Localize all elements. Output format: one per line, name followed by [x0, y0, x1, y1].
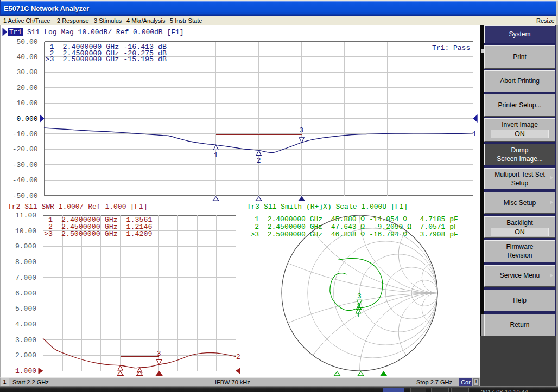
svg-text:4.000: 4.000 — [15, 320, 36, 329]
svg-text:7.000: 7.000 — [15, 274, 36, 282]
svg-text:10.00: 10.00 — [15, 227, 36, 235]
svg-text:Tr2 S11 SWR 1.000/ Ref 1.000 [: Tr2 S11 SWR 1.000/ Ref 1.000 [F1] — [8, 203, 147, 211]
svg-text:8.000: 8.000 — [15, 258, 36, 266]
svg-text:>3 2.5000000 GHz 46.838 Ω -1: >3 2.5000000 GHz 46.838 Ω -16.794 Ω 3.79… — [251, 230, 458, 239]
svg-text:1.000: 1.000 — [15, 367, 36, 375]
svg-text:2: 2 — [357, 302, 361, 310]
svg-text:3: 3 — [299, 126, 303, 134]
svg-text:3: 3 — [357, 292, 362, 300]
svg-text:-40.00: -40.00 — [12, 176, 38, 184]
svg-text:-10.00: -10.00 — [12, 130, 38, 138]
svg-text:11.00: 11.00 — [15, 211, 36, 220]
svg-text:Tr1: Pass: Tr1: Pass — [432, 44, 470, 52]
svg-text:-30.00: -30.00 — [12, 161, 38, 169]
svg-text:0.000: 0.000 — [16, 115, 37, 123]
svg-text:2: 2 — [257, 157, 261, 165]
svg-text:20.00: 20.00 — [16, 84, 37, 92]
svg-text:S11 Log Mag 10.00dB/ Ref 0.000: S11 Log Mag 10.00dB/ Ref 0.000dB [F1] — [27, 28, 184, 36]
svg-text:-50.00: -50.00 — [12, 192, 38, 200]
svg-text:40.00: 40.00 — [16, 53, 37, 61]
svg-text:3.000: 3.000 — [15, 336, 36, 344]
svg-text:>3 2.5000000 GHz 1.4209: >3 2.5000000 GHz 1.4209 — [44, 230, 153, 238]
svg-text:50.00: 50.00 — [16, 38, 37, 46]
svg-text:5.000: 5.000 — [15, 305, 36, 313]
svg-text:Tr1: Tr1 — [9, 28, 22, 36]
svg-text:2: 2 — [236, 353, 240, 361]
svg-text:10.00: 10.00 — [16, 99, 37, 107]
svg-text:2.000: 2.000 — [15, 351, 36, 359]
svg-text:3: 3 — [157, 350, 161, 358]
svg-text:1: 1 — [214, 151, 218, 159]
svg-text:1: 1 — [472, 130, 477, 138]
svg-text:30.00: 30.00 — [16, 68, 37, 76]
svg-text:Tr3 S11 Smith (R+jX) Scale 1.0: Tr3 S11 Smith (R+jX) Scale 1.000U [F1] — [247, 203, 408, 211]
svg-text:-20.00: -20.00 — [12, 145, 38, 153]
svg-text:>3 2.5000000 GHz -15.195 dB: >3 2.5000000 GHz -15.195 dB — [46, 55, 167, 63]
svg-text:6.000: 6.000 — [15, 290, 36, 298]
svg-text:9.000: 9.000 — [15, 242, 36, 250]
svg-text:1: 1 — [356, 311, 360, 319]
